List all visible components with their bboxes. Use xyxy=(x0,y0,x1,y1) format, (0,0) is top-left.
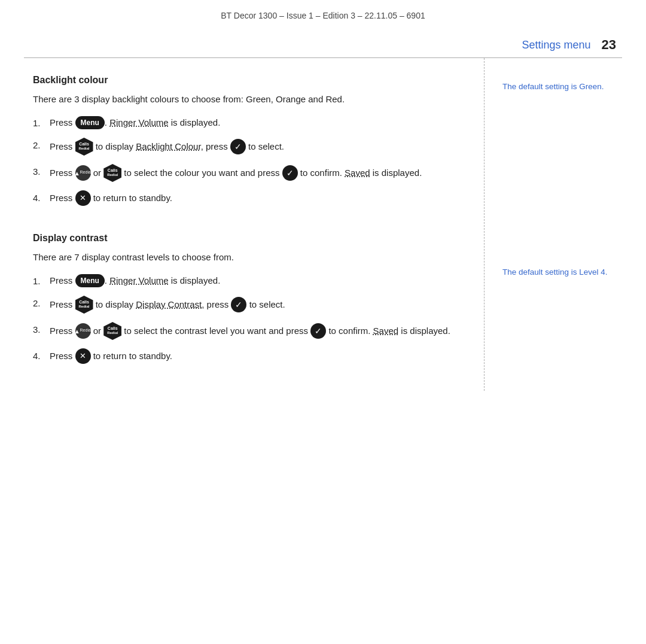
step-content: Press ✕ to return to standby. xyxy=(50,191,466,206)
check-button-icon-2: ✓ xyxy=(282,165,298,181)
backlight-step-2: 2. Press CallsRedial to display Backligh… xyxy=(33,138,466,156)
step-num: 1. xyxy=(33,274,50,288)
menu-button-icon: Menu xyxy=(75,116,105,129)
contrast-steps: 1. Press Menu. Ringer Volume is displaye… xyxy=(33,274,466,365)
check-button-icon-c2: ✓ xyxy=(310,323,326,339)
backlight-step-4: 4. Press ✕ to return to standby. xyxy=(33,191,466,206)
check-button-icon-c: ✓ xyxy=(231,297,246,312)
check-button-icon: ✓ xyxy=(230,139,246,154)
step-num: 2. xyxy=(33,138,50,153)
calls-button-icon: CallsRedial xyxy=(75,138,93,156)
x-button-icon-c: ✕ xyxy=(75,348,91,364)
contrast-step-3: 3. Press ▲Redial or CallsRedial to selec… xyxy=(33,323,466,341)
step-num: 4. xyxy=(33,349,50,363)
backlight-step-3: 3. Press ▲Redial or CallsRedial to selec… xyxy=(33,165,466,183)
menu-button-icon-c: Menu xyxy=(75,274,105,287)
step-num: 2. xyxy=(33,296,50,311)
step-content: Press Menu. Ringer Volume is displayed. xyxy=(50,116,466,130)
contrast-step-2: 2. Press CallsRedial to display Display … xyxy=(33,296,466,314)
page-header: BT Decor 1300 – Issue 1 – Edition 3 – 22… xyxy=(0,0,646,26)
step-content: Press CallsRedial to display Backlight C… xyxy=(50,138,466,156)
calls-button-icon-2: CallsRedial xyxy=(103,164,121,182)
contrast-step-4: 4. Press ✕ to return to standby. xyxy=(33,349,466,364)
step-content: Press ✕ to return to standby. xyxy=(50,349,466,364)
section-title: Settings menu xyxy=(522,39,590,51)
contrast-section: Display contrast There are 7 display con… xyxy=(33,233,466,364)
step-content: Press ▲Redial or CallsRedial to select t… xyxy=(50,165,466,183)
page-number: 23 xyxy=(602,37,616,53)
backlight-sidebar-note: The default setting is Green. xyxy=(502,81,628,93)
contrast-sidebar-note: The default setting is Level 4. xyxy=(502,266,628,278)
backlight-step-1: 1. Press Menu. Ringer Volume is displaye… xyxy=(33,116,466,130)
x-button-icon: ✕ xyxy=(75,190,91,206)
sidebar-column: The default setting is Green. The defaul… xyxy=(484,58,646,391)
step-content: Press ▲Redial or CallsRedial to select t… xyxy=(50,323,466,341)
step-content: Press CallsRedial to display Display Con… xyxy=(50,296,466,314)
calls-button-icon-c: CallsRedial xyxy=(75,296,93,314)
contrast-description: There are 7 display contrast levels to c… xyxy=(33,251,466,265)
sidebar-gap xyxy=(502,93,628,260)
main-layout: Backlight colour There are 3 display bac… xyxy=(0,58,646,391)
header-title: BT Decor 1300 – Issue 1 – Edition 3 – 22… xyxy=(221,11,425,20)
section-gap xyxy=(33,215,466,233)
up-button-icon: ▲Redial xyxy=(75,165,91,181)
contrast-title: Display contrast xyxy=(33,233,466,244)
backlight-title: Backlight colour xyxy=(33,75,466,86)
step-num: 1. xyxy=(33,116,50,130)
content-column: Backlight colour There are 3 display bac… xyxy=(0,58,484,391)
step-num: 3. xyxy=(33,165,50,179)
step-content: Press Menu. Ringer Volume is displayed. xyxy=(50,274,466,288)
backlight-description: There are 3 display backlight colours to… xyxy=(33,93,466,107)
step-num: 3. xyxy=(33,323,50,337)
page-navigation: Settings menu 23 xyxy=(0,26,646,57)
backlight-section: Backlight colour There are 3 display bac… xyxy=(33,75,466,206)
step-num: 4. xyxy=(33,191,50,205)
backlight-steps: 1. Press Menu. Ringer Volume is displaye… xyxy=(33,116,466,207)
up-button-icon-c: ▲Redial xyxy=(75,323,91,339)
contrast-step-1: 1. Press Menu. Ringer Volume is displaye… xyxy=(33,274,466,288)
calls-button-icon-c2: CallsRedial xyxy=(103,322,121,340)
